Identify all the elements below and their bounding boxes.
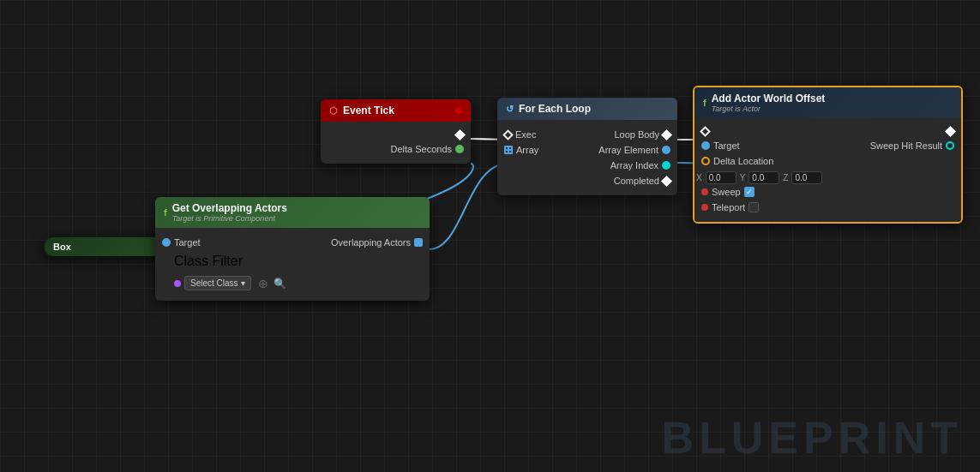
select-class-button[interactable]: Select Class ▾ <box>184 276 251 290</box>
loop-body-label: Loop Body <box>614 129 659 140</box>
addactor-target-row: Target Sweep Hit Result <box>694 138 961 153</box>
sweep-checkbox[interactable]: ✓ <box>744 187 755 197</box>
event-tick-body: Delta Seconds <box>321 122 471 164</box>
overlapping-actors-label: Overlapping Actors <box>331 237 411 248</box>
class-filter-pin[interactable] <box>174 280 181 287</box>
delta-seconds-pin[interactable] <box>455 145 464 153</box>
for-each-loop-node: ↺ For Each Loop Exec Loop Body Array Arr… <box>497 98 677 195</box>
delta-location-pin[interactable] <box>701 157 710 165</box>
array-index-label: Array Index <box>610 160 658 170</box>
loop-body-pin[interactable] <box>661 129 672 140</box>
addactor-target-pin[interactable] <box>701 141 710 150</box>
addactor-func-icon: f <box>703 98 706 108</box>
overlapping-header: f Get Overlapping Actors Target is Primi… <box>155 197 430 228</box>
delta-y-input[interactable] <box>749 171 779 184</box>
overlapping-title: Get Overlapping Actors <box>172 202 287 214</box>
overlapping-subtitle: Target is Primitive Component <box>172 214 287 223</box>
addactor-teleport-row: Teleport <box>694 200 961 215</box>
event-tick-dot <box>455 107 462 114</box>
sweep-pin[interactable] <box>701 188 708 195</box>
event-tick-header: ⬡ Event Tick <box>321 99 471 122</box>
overlapping-target-row: Target Overlapping Actors <box>155 235 430 250</box>
foreach-title: For Each Loop <box>519 103 591 115</box>
completed-pin[interactable] <box>661 176 672 187</box>
addactor-exec-out-pin[interactable] <box>945 126 956 137</box>
foreach-exec-row: Exec Loop Body <box>497 127 677 142</box>
event-tick-title: Event Tick <box>343 105 394 117</box>
addactor-subtitle: Target is Actor <box>712 105 826 113</box>
addactor-title: Add Actor World Offset <box>712 93 826 105</box>
foreach-icon: ↺ <box>506 104 514 115</box>
foreach-header: ↺ For Each Loop <box>497 98 677 120</box>
teleport-pin[interactable] <box>701 204 708 211</box>
array-index-pin[interactable] <box>662 161 670 170</box>
box-label: Box <box>53 242 71 252</box>
addactor-sweep-row: Sweep ✓ <box>694 184 961 200</box>
get-overlapping-actors-node: f Get Overlapping Actors Target is Primi… <box>155 197 430 301</box>
foreach-body: Exec Loop Body Array Array Element Array… <box>497 120 677 195</box>
target-label: Target <box>174 237 201 248</box>
teleport-label: Teleport <box>712 202 745 212</box>
class-filter-row: Class Filter <box>155 250 430 272</box>
sweep-label: Sweep <box>712 187 741 197</box>
delta-location-label: Delta Location <box>713 156 773 166</box>
event-tick-node: ⬡ Event Tick Delta Seconds <box>321 99 471 164</box>
event-tick-exec-row <box>321 128 471 141</box>
delta-z-label: Z <box>783 173 788 182</box>
exec-in-pin[interactable] <box>502 129 514 140</box>
event-tick-icon: ⬡ <box>329 105 338 117</box>
completed-label: Completed <box>614 176 659 186</box>
delta-inputs-row: X Y Z <box>694 171 961 184</box>
delta-seconds-row: Delta Seconds <box>321 141 471 157</box>
addactor-body: Target Sweep Hit Result Delta Location X… <box>694 118 961 222</box>
addactor-exec-row <box>694 125 961 138</box>
class-filter-label: Class Filter <box>174 254 243 269</box>
select-class-row: Select Class ▾ ⊕ 🔍 <box>155 272 430 294</box>
delta-x-label: X <box>696 173 702 182</box>
delta-z-input[interactable] <box>791 171 822 184</box>
select-class-label: Select Class <box>190 278 238 288</box>
overlapping-actors-pin[interactable] <box>414 238 423 247</box>
delta-x-input[interactable] <box>706 171 737 184</box>
exec-out-pin[interactable] <box>454 129 466 140</box>
addactor-target-label: Target <box>713 140 740 151</box>
search-icon[interactable]: 🔍 <box>274 278 286 290</box>
teleport-checkbox[interactable] <box>749 202 759 212</box>
add-actor-world-offset-node: f Add Actor World Offset Target is Actor… <box>693 86 963 224</box>
array-element-label: Array Element <box>598 145 658 155</box>
exec-label: Exec <box>515 129 536 140</box>
array-element-pin[interactable] <box>662 146 670 154</box>
sweep-hit-result-label: Sweep Hit Result <box>870 140 942 151</box>
array-in-icon <box>504 146 513 154</box>
delta-y-label: Y <box>740 173 746 182</box>
array-label: Array <box>516 145 538 155</box>
sweep-hit-result-pin[interactable] <box>946 141 954 150</box>
foreach-completed-row: Completed <box>497 173 677 188</box>
blueprint-watermark: BLUEPRINT <box>661 412 963 463</box>
add-icon[interactable]: ⊕ <box>258 277 268 290</box>
overlapping-body: Target Overlapping Actors Class Filter S… <box>155 228 430 301</box>
select-class-chevron: ▾ <box>241 278 245 288</box>
addactor-exec-in-pin[interactable] <box>700 126 711 137</box>
addactor-header: f Add Actor World Offset Target is Actor <box>694 87 961 118</box>
delta-seconds-label: Delta Seconds <box>390 144 452 154</box>
foreach-array-row: Array Array Element <box>497 142 677 158</box>
addactor-delta-row: Delta Location <box>694 153 961 169</box>
target-input-pin[interactable] <box>162 238 171 247</box>
overlapping-func-icon: f <box>164 207 167 218</box>
foreach-index-row: Array Index <box>497 158 677 173</box>
